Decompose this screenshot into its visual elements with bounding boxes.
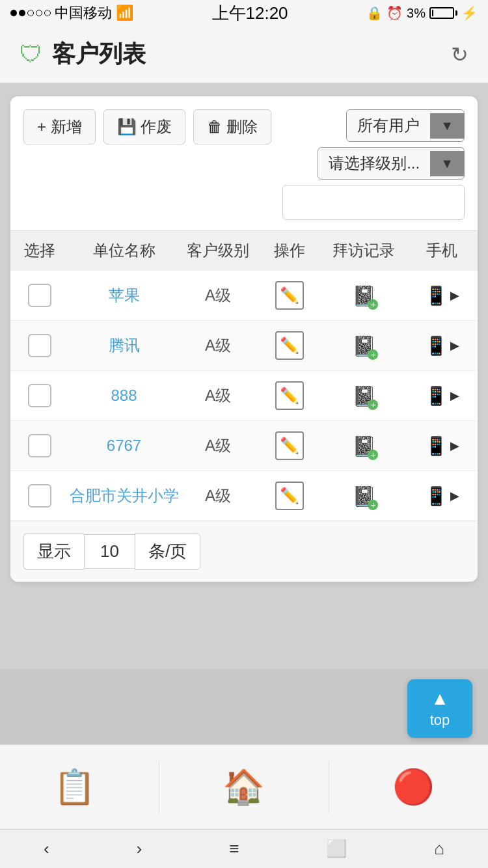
ios-forward-button[interactable]: ›: [124, 832, 156, 865]
table-row: 合肥市关井小学 A级 ✏️ 📓 + 📱 ▶: [10, 470, 478, 521]
toolbar-right: 所有用户 ▼ 请选择级别... ▼ 🔍: [282, 109, 465, 220]
row-1-select: [10, 284, 69, 307]
row-2-phone-button[interactable]: 📱 ▶: [425, 335, 459, 357]
row-5-phone-button[interactable]: 📱 ▶: [425, 485, 459, 507]
toolbar-left: + 新增 💾 作废 🗑 删除: [23, 109, 271, 144]
refresh-icon[interactable]: ↻: [451, 42, 468, 67]
ios-windows-button[interactable]: ⬜: [313, 832, 360, 865]
row-3-checkbox[interactable]: [28, 384, 51, 407]
delete-button[interactable]: 🗑 删除: [193, 109, 271, 144]
row-4-level: A级: [179, 435, 257, 456]
level-filter-arrow[interactable]: ▼: [430, 151, 464, 176]
row-2-level: A级: [179, 335, 257, 356]
nav-separator-2: [329, 761, 329, 813]
row-1-name-link[interactable]: 苹果: [109, 285, 140, 306]
user-filter-dropdown[interactable]: 所有用户 ▼: [346, 109, 465, 142]
row-2-action: ✏️: [257, 331, 322, 360]
status-bar-left: 中国移动 📶: [10, 3, 133, 23]
row-2-checkbox[interactable]: [28, 334, 51, 357]
ios-menu-button[interactable]: ≡: [216, 832, 252, 865]
status-bar: 中国移动 📶 上午12:20 🔒 ⏰ 3% ⚡: [0, 0, 488, 26]
signal-dot-1: [10, 10, 17, 16]
row-5-action: ✏️: [257, 481, 322, 510]
shield-icon: 🛡: [20, 41, 43, 68]
user-filter-arrow[interactable]: ▼: [430, 113, 464, 139]
row-4-edit-button[interactable]: ✏️: [275, 431, 304, 460]
visit-plus-icon: +: [368, 450, 378, 460]
row-1-name: 苹果: [69, 285, 180, 306]
row-1-edit-button[interactable]: ✏️: [275, 281, 304, 310]
row-4-name: 6767: [69, 437, 180, 455]
row-2-name-link[interactable]: 腾讯: [109, 335, 140, 356]
charging-icon: ⚡: [461, 5, 478, 21]
phone-arrow-icon: ▶: [450, 338, 459, 353]
row-4-name-link[interactable]: 6767: [107, 437, 141, 455]
row-1-phone-button[interactable]: 📱 ▶: [425, 285, 459, 306]
nav-home-button[interactable]: 🏠: [179, 755, 309, 820]
carrier-label: 中国移动: [55, 3, 112, 23]
archive-button[interactable]: 💾 作废: [103, 109, 185, 144]
visit-plus-icon: +: [368, 349, 378, 360]
col-header-visit: 拜访记录: [322, 240, 407, 261]
row-1-checkbox[interactable]: [28, 284, 51, 307]
row-3-phone-button[interactable]: 📱 ▶: [425, 385, 459, 407]
status-bar-right: 🔒 ⏰ 3% ⚡: [366, 5, 478, 21]
visit-plus-icon: +: [368, 299, 378, 310]
top-label: top: [430, 712, 450, 729]
row-4-phone: 📱 ▶: [406, 435, 478, 457]
nav-back-button[interactable]: 📋: [10, 755, 140, 820]
ios-bottom-bar: ‹ › ≡ ⬜ ⌂: [0, 829, 488, 868]
power-icon: 🔴: [392, 767, 435, 807]
battery-indicator: [429, 7, 457, 19]
row-5-edit-button[interactable]: ✏️: [275, 481, 304, 510]
scroll-to-top-button[interactable]: ▲ top: [407, 679, 472, 738]
ios-back-button[interactable]: ‹: [31, 832, 62, 865]
row-2-select: [10, 334, 69, 357]
signal-dot-4: [36, 10, 42, 16]
home-icon: 🏠: [223, 767, 265, 807]
search-input[interactable]: [283, 187, 465, 218]
row-3-visit-button[interactable]: 📓 +: [349, 381, 378, 410]
signal-dot-3: [27, 10, 34, 16]
content-area: + 新增 💾 作废 🗑 删除 所有用户 ▼ 请选择级别... ▼: [0, 83, 488, 669]
table-row: 6767 A级 ✏️ 📓 + 📱 ▶: [10, 420, 478, 470]
ios-home-button[interactable]: ⌂: [421, 832, 457, 865]
phone-icon: 📱: [425, 435, 448, 457]
bottom-nav: 📋 🏠 🔴: [0, 744, 488, 829]
row-2-name: 腾讯: [69, 335, 180, 356]
row-5-select: [10, 484, 69, 508]
row-4-phone-button[interactable]: 📱 ▶: [425, 435, 459, 457]
phone-icon: 📱: [425, 285, 448, 306]
row-4-action: ✏️: [257, 431, 322, 460]
page-title: 客户列表: [52, 38, 146, 70]
phone-arrow-icon: ▶: [450, 489, 459, 503]
row-3-name-link[interactable]: 888: [111, 387, 137, 405]
pagination: 显示 10 条/页: [10, 521, 478, 582]
pagination-count: 10: [84, 534, 135, 569]
row-1-visit-button[interactable]: 📓 +: [349, 281, 378, 310]
trash-icon: 🗑: [207, 118, 223, 136]
pagination-label: 显示: [23, 533, 84, 570]
row-5-visit-button[interactable]: 📓 +: [349, 481, 378, 510]
row-4-select: [10, 434, 69, 457]
level-filter-label: 请选择级别...: [318, 148, 430, 179]
nav-power-button[interactable]: 🔴: [348, 755, 478, 820]
col-header-name: 单位名称: [69, 240, 180, 261]
row-3-edit-button[interactable]: ✏️: [275, 381, 304, 410]
level-filter-dropdown[interactable]: 请选择级别... ▼: [318, 147, 465, 180]
archive-icon: 💾: [117, 118, 137, 136]
add-button[interactable]: + 新增: [23, 109, 96, 144]
table-body: 苹果 A级 ✏️ 📓 + 📱 ▶: [10, 270, 478, 521]
nav-separator-1: [159, 761, 159, 813]
row-4-checkbox[interactable]: [28, 434, 51, 457]
row-2-edit-button[interactable]: ✏️: [275, 331, 304, 360]
row-5-name-link[interactable]: 合肥市关井小学: [70, 485, 179, 506]
app-header-left: 🛡 客户列表: [20, 38, 146, 70]
table-row: 888 A级 ✏️ 📓 + 📱 ▶: [10, 370, 478, 420]
row-2-visit: 📓 +: [322, 331, 407, 360]
row-5-checkbox[interactable]: [28, 484, 51, 508]
row-2-visit-button[interactable]: 📓 +: [349, 331, 378, 360]
row-4-visit-button[interactable]: 📓 +: [349, 431, 378, 460]
status-time: 上午12:20: [212, 2, 288, 25]
pagination-unit: 条/页: [135, 533, 200, 570]
